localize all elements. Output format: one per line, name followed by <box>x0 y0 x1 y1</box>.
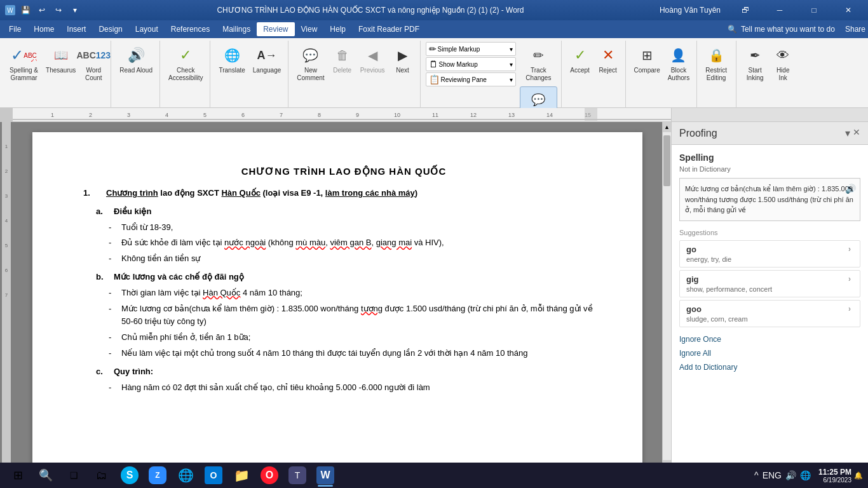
add-to-dict-btn[interactable]: Add to Dictionary <box>679 360 860 374</box>
svg-text:10: 10 <box>394 112 400 118</box>
restrict-editing-btn[interactable]: 🔒 RestrictEditing <box>702 42 730 85</box>
start-inking-btn[interactable]: ✒ StartInking <box>742 42 768 85</box>
compare-btn[interactable]: ⊞ Compare <box>631 42 663 78</box>
proofing-close-btn[interactable]: ✕ <box>853 127 860 139</box>
hide-ink-btn[interactable]: 👁 HideInk <box>770 42 796 85</box>
bullet-khongtienan-text: Không tiền án tiền sự <box>121 252 200 266</box>
show-markup-dropdown[interactable]: 🗒 Show Markup ▾ <box>426 57 517 71</box>
doc-area[interactable]: CHƯƠNG TRÌNH LAO ĐỘNG HÀN QUỐC 1. Chương… <box>13 122 662 470</box>
menu-file[interactable]: File <box>3 22 27 36</box>
taskbar-word[interactable]: W <box>313 463 338 488</box>
track-changes-label: TrackChanges <box>526 67 551 82</box>
taskbar-file-explorer[interactable]: 🗂 <box>89 463 114 488</box>
span-mu-mau: mù màu <box>295 238 325 247</box>
taskbar-zoom[interactable]: Z <box>145 463 170 488</box>
scroll-track[interactable] <box>663 132 671 460</box>
menu-layout[interactable]: Layout <box>129 22 165 36</box>
tell-me[interactable]: 🔍 Tell me what you want to do <box>728 25 835 34</box>
scroll-thumb[interactable] <box>663 135 670 186</box>
taskbar-teams[interactable]: T <box>285 463 310 488</box>
reviewing-pane-dropdown[interactable]: 📋 Reviewing Pane ▾ <box>426 72 517 86</box>
menu-foxit[interactable]: Foxit Reader PDF <box>352 22 426 36</box>
delete-btn[interactable]: 🗑 Delete <box>329 42 356 78</box>
previous-comment-btn[interactable]: ◀ Previous <box>357 42 388 78</box>
language-btn[interactable]: A→ Language <box>250 42 285 78</box>
item1-text: Chương trình lao động SXCT Hàn Quốc (loạ… <box>106 187 417 200</box>
menu-view[interactable]: View <box>295 22 324 36</box>
tray-icons: ^ ENG 🔊 🌐 <box>754 470 811 480</box>
ignore-all-btn[interactable]: Ignore All <box>679 346 860 360</box>
suggestion-goo-arrow: › <box>848 304 851 313</box>
newcomment-btn[interactable]: 💬 NewComment <box>294 42 327 85</box>
svg-text:6: 6 <box>241 112 245 118</box>
ruler-main[interactable]: 1 2 3 4 5 6 7 8 9 10 11 12 13 14 15 <box>13 108 671 121</box>
taskbar-clock[interactable]: 11:25 PM 6/19/2023 <box>818 468 851 484</box>
suggestion-go-word: go › <box>680 241 860 255</box>
next-comment-btn[interactable]: ▶ Next <box>390 42 416 78</box>
taskbar-folder[interactable]: 📁 <box>229 463 254 488</box>
svg-text:5: 5 <box>203 112 207 118</box>
taskbar-outlook[interactable]: O <box>201 463 226 488</box>
translate-icon: 🌐 <box>222 45 242 65</box>
bullet-marker3: - <box>109 252 121 266</box>
proofing-collapse-btn[interactable]: ▾ <box>845 127 850 139</box>
task-view-btn[interactable]: ❑ <box>61 463 86 488</box>
proofing-section-spelling: Spelling <box>679 152 860 163</box>
section-b-label: b. <box>96 271 114 284</box>
checkacc-btn[interactable]: ✓ CheckAccessibility <box>165 42 206 85</box>
bullet-marker8: - <box>109 381 121 395</box>
bullet-suckhoe-text: Đủ sức khỏe đi làm việc tại nước ngoài (… <box>121 236 444 250</box>
redo-btn[interactable]: ↪ <box>52 4 65 17</box>
search-btn[interactable]: 🔍 <box>33 463 58 488</box>
sound-btn[interactable]: 🔊 <box>845 182 856 196</box>
readaloud-btn[interactable]: 🔊 Read Aloud <box>116 42 156 78</box>
suggestion-go[interactable]: go › energy, try, die <box>679 240 860 268</box>
start-inking-icon: ✒ <box>745 45 765 65</box>
taskbar-chrome[interactable]: 🌐 <box>173 463 198 488</box>
accept-btn[interactable]: ✓ Accept <box>567 42 593 78</box>
start-inking-label: StartInking <box>747 67 764 82</box>
ignore-once-btn[interactable]: Ignore Once <box>679 332 860 346</box>
share-btn[interactable]: Share <box>845 25 865 34</box>
close-btn[interactable]: ✕ <box>834 0 863 20</box>
tray-volume[interactable]: 🔊 <box>785 470 796 480</box>
menu-mailings[interactable]: Mailings <box>216 22 257 36</box>
tray-show-hidden[interactable]: ^ <box>754 470 759 480</box>
notification-btn[interactable]: 🔔 <box>854 471 863 480</box>
taskbar-skype[interactable]: S <box>117 463 142 488</box>
scroll-up-btn[interactable]: ▲ <box>663 122 671 132</box>
wordcount-btn[interactable]: ABC123 WordCount <box>80 42 107 85</box>
tray-network[interactable]: 🌐 <box>800 470 811 480</box>
save-btn[interactable]: 💾 <box>19 4 32 17</box>
menu-review[interactable]: Review <box>257 22 294 36</box>
suggestion-gig[interactable]: gig › show, performance, concert <box>679 270 860 297</box>
taskbar-opera[interactable]: O <box>257 463 282 488</box>
spelling-label: Spelling &Grammar <box>10 67 38 82</box>
restore-down-btn[interactable]: 🗗 <box>731 0 760 20</box>
menu-home[interactable]: Home <box>27 22 60 36</box>
section-b-title: Mức lương và các chế độ đãi ngộ <box>114 271 244 284</box>
block-authors-btn[interactable]: 👤 BlockAuthors <box>665 42 693 85</box>
undo-btn[interactable]: ↩ <box>36 4 48 17</box>
minimize-btn[interactable]: ─ <box>765 0 794 20</box>
track-changes-btn[interactable]: ✏ TrackChanges <box>522 42 554 85</box>
quick-access-dropdown[interactable]: ▾ <box>69 4 81 17</box>
reject-icon: ✕ <box>598 45 618 65</box>
readaloud-label: Read Aloud <box>119 67 153 74</box>
menu-design[interactable]: Design <box>92 22 128 36</box>
menu-help[interactable]: Help <box>323 22 352 36</box>
reviewing-pane-arrow: ▾ <box>510 76 513 83</box>
spelling-grammar-btn[interactable]: ✓ABC Spelling &Grammar <box>6 42 41 85</box>
simple-markup-dropdown[interactable]: ✏ Simple Markup ▾ <box>426 42 517 56</box>
tray-lang[interactable]: ENG <box>763 470 782 480</box>
suggestion-goo[interactable]: goo › sludge, corn, cream <box>679 300 860 327</box>
menu-insert[interactable]: Insert <box>60 22 92 36</box>
maximize-btn[interactable]: □ <box>799 0 829 20</box>
vertical-scrollbar[interactable]: ▲ ▼ <box>662 122 671 470</box>
start-btn[interactable]: ⊞ <box>5 463 31 488</box>
translate-btn[interactable]: 🌐 Translate <box>215 42 248 78</box>
thesaurus-btn[interactable]: 📖 Thesaurus <box>43 42 79 78</box>
menu-references[interactable]: References <box>165 22 216 36</box>
reject-btn[interactable]: ✕ Reject <box>595 42 621 78</box>
delete-icon: 🗑 <box>332 45 353 65</box>
